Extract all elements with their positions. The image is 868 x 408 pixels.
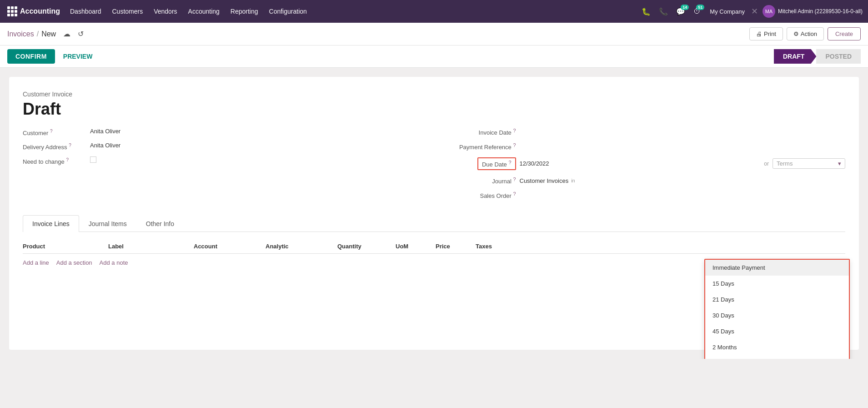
dropdown-item-1[interactable]: 15 Days [705,276,849,292]
customer-label: Customer ? [23,128,86,136]
app-logo[interactable]: Accounting [4,6,64,16]
breadcrumb-icons: ☁ ↺ [61,29,85,39]
status-draft-button[interactable]: DRAFT [774,49,816,64]
company-selector[interactable]: My Company [706,8,748,15]
customer-help-icon[interactable]: ? [50,129,53,134]
grid-icon [7,6,17,16]
invoice-date-label: Invoice Date ? [443,128,516,136]
need-to-change-field-row: Need to change ? [23,156,425,165]
clock-icon-button[interactable]: ⏱ 51 [691,5,703,17]
chevron-down-icon: ▾ [838,160,841,167]
breadcrumb-separator: / [37,30,39,38]
form-subtitle: Customer Invoice [23,91,845,98]
undo-icon[interactable]: ↺ [76,29,85,39]
nav-accounting[interactable]: Accounting [184,5,224,18]
terms-dropdown-popup: Immediate Payment 15 Days 21 Days 30 Day… [704,259,850,359]
nav-reporting[interactable]: Reporting [226,5,263,18]
chat-badge: 14 [681,5,689,10]
breadcrumb-parent[interactable]: Invoices [7,30,34,38]
confirm-button[interactable]: CONFIRM [7,49,55,64]
journal-value-group: Customer Invoices in [520,177,575,184]
dropdown-item-5[interactable]: 2 Months [705,339,849,355]
add-note-button[interactable]: Add a note [100,259,128,266]
nav-vendors[interactable]: Vendors [149,5,181,18]
invoice-date-help[interactable]: ? [513,128,516,133]
user-name: Mitchell Admin (22289530-16-0-all) [778,8,863,15]
due-date-help[interactable]: ? [508,160,511,165]
terms-dropdown[interactable]: Terms ▾ [773,158,845,169]
due-date-row: Due Date ? 12/30/2022 or Terms ▾ [443,157,846,170]
breadcrumb: Invoices / New ☁ ↺ [7,29,85,39]
action-button[interactable]: ⚙ Action [787,27,824,40]
dropdown-item-3[interactable]: 30 Days [705,307,849,323]
status-posted-button[interactable]: POSTED [816,49,861,64]
action-label: Action [801,30,817,37]
form-right-column: Invoice Date ? Payment Reference ? [443,128,846,206]
sales-order-row: Sales Order ? [443,191,846,199]
nav-configuration[interactable]: Configuration [265,5,311,18]
tabs-bar: Invoice Lines Journal Items Other Info [23,215,845,232]
customer-value[interactable]: Anita Oliver [90,128,425,135]
form-left-column: Customer ? Anita Oliver Delivery Address… [23,128,425,206]
nav-dashboard[interactable]: Dashboard [65,5,106,18]
app-name: Accounting [20,7,60,15]
user-avatar: MA [763,5,775,18]
dropdown-item-4[interactable]: 45 Days [705,323,849,339]
add-line-button[interactable]: Add a line [23,259,49,266]
delivery-help-icon[interactable]: ? [69,143,71,148]
nav-separator: ✕ [751,6,758,16]
in-label: in [571,178,575,183]
delivery-address-field-row: Delivery Address ? Anita Oliver [23,142,425,151]
payment-ref-help[interactable]: ? [513,142,516,148]
sales-order-label: Sales Order ? [443,191,516,199]
due-date-value[interactable]: 12/30/2022 [520,160,761,167]
breadcrumb-bar: Invoices / New ☁ ↺ 🖨 Print ⚙ Action Crea… [0,23,868,45]
user-menu[interactable]: MA Mitchell Admin (22289530-16-0-all) [761,5,864,18]
journal-help[interactable]: ? [513,176,516,182]
payment-reference-row: Payment Reference ? [443,142,846,151]
nav-customers[interactable]: Customers [108,5,148,18]
need-change-help-icon[interactable]: ? [66,157,69,162]
cloud-save-icon[interactable]: ☁ [61,29,72,39]
terms-placeholder: Terms [777,160,793,167]
form-title: Draft [23,100,845,119]
top-navigation: Accounting Dashboard Customers Vendors A… [0,0,868,23]
dropdown-item-6[interactable]: End of Following Month [705,355,849,359]
print-label: Print [764,30,776,37]
due-date-label: Due Date ? [443,157,516,170]
or-label: or [764,161,769,167]
tab-other-info[interactable]: Other Info [136,215,184,232]
clock-badge: 51 [696,5,704,10]
preview-button[interactable]: PREVIEW [59,49,97,64]
invoice-date-row: Invoice Date ? [443,128,846,136]
table-header: Product Label Account Analytic Quantity … [23,239,845,254]
customer-field-row: Customer ? Anita Oliver [23,128,425,136]
gear-icon: ⚙ [793,30,799,37]
chat-icon-button[interactable]: 💬 14 [673,5,688,18]
dropdown-item-2[interactable]: 21 Days [705,292,849,307]
toolbar-right: 🖨 Print ⚙ Action Create [749,27,861,40]
phone-icon-button[interactable]: 📞 [656,5,671,18]
add-section-button[interactable]: Add a section [56,259,92,266]
dropdown-item-0[interactable]: Immediate Payment [705,260,849,276]
col-account: Account [194,243,262,250]
due-date-box: Due Date ? [477,157,516,170]
col-taxes: Taxes [476,243,512,250]
sales-order-help[interactable]: ? [513,191,516,196]
tab-invoice-lines[interactable]: Invoice Lines [23,215,79,232]
journal-value[interactable]: Customer Invoices [520,177,569,184]
bug-icon-button[interactable]: 🐛 [639,5,653,18]
need-to-change-checkbox[interactable] [90,156,96,163]
action-bar: CONFIRM PREVIEW DRAFT POSTED [0,45,868,68]
delivery-address-value[interactable]: Anita Oliver [90,142,425,149]
journal-label: Journal ? [443,176,516,185]
form-header: Customer Invoice Draft [23,91,845,119]
print-button[interactable]: 🖨 Print [749,27,783,40]
create-button[interactable]: Create [828,27,861,40]
tab-journal-items[interactable]: Journal Items [79,215,136,232]
col-quantity: Quantity [337,243,392,250]
col-uom: UoM [396,243,432,250]
col-analytic: Analytic [266,243,334,250]
nav-icons-group: 🐛 📞 💬 14 ⏱ 51 My Company ✕ MA Mitchell A… [639,5,864,18]
breadcrumb-current: New [41,30,56,38]
